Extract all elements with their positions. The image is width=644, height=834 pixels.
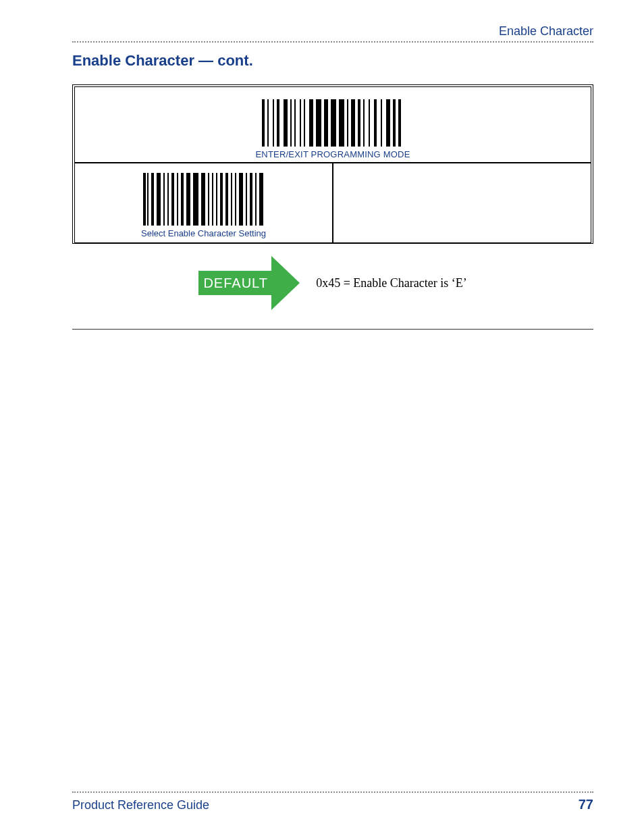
footer-doc-title: Product Reference Guide [72, 798, 209, 812]
svg-rect-37 [212, 173, 213, 226]
svg-rect-24 [143, 173, 146, 226]
svg-rect-13 [339, 99, 344, 147]
svg-rect-39 [220, 173, 223, 226]
svg-rect-33 [186, 173, 190, 226]
default-row: DEFAULT 0x45 = Enable Character is ‘E’ [72, 244, 593, 330]
barcode-panel: ENTER/EXIT PROGRAMMING MODE [72, 84, 593, 244]
footer-rule [72, 791, 593, 793]
svg-rect-42 [235, 173, 236, 226]
svg-rect-5 [290, 99, 292, 147]
svg-rect-28 [163, 173, 165, 226]
svg-rect-31 [177, 173, 178, 226]
svg-rect-43 [239, 173, 243, 226]
svg-rect-40 [225, 173, 228, 226]
barcode-left-caption: Select Enable Character Setting [75, 228, 332, 238]
svg-rect-32 [181, 173, 184, 226]
barcode-top-caption: ENTER/EXIT PROGRAMMING MODE [75, 149, 591, 159]
svg-rect-8 [304, 99, 305, 147]
default-arrow-label: DEFAULT [198, 271, 273, 295]
svg-rect-38 [216, 173, 217, 226]
svg-rect-12 [331, 99, 336, 147]
svg-rect-4 [284, 99, 288, 147]
header-section-label: Enable Character [72, 24, 593, 38]
svg-rect-36 [208, 173, 209, 226]
svg-rect-47 [259, 173, 263, 226]
default-value-text: 0x45 = Enable Character is ‘E’ [316, 276, 467, 290]
svg-rect-26 [151, 173, 154, 226]
svg-rect-41 [231, 173, 232, 226]
svg-rect-35 [201, 173, 205, 226]
svg-rect-2 [273, 99, 274, 147]
section-title: Enable Character — cont. [72, 52, 593, 70]
svg-rect-20 [381, 99, 382, 147]
svg-rect-46 [255, 173, 257, 226]
barcode-enter-exit [262, 99, 404, 151]
barcode-right-cell-empty [333, 163, 591, 242]
svg-rect-21 [386, 99, 390, 147]
svg-rect-44 [246, 173, 247, 226]
svg-rect-15 [351, 99, 355, 147]
header-rule [72, 41, 593, 43]
barcode-select-setting [143, 173, 265, 228]
svg-rect-34 [193, 173, 198, 226]
default-arrow-icon: DEFAULT [198, 256, 300, 310]
svg-rect-29 [167, 173, 169, 226]
svg-rect-45 [250, 173, 252, 226]
svg-rect-1 [267, 99, 269, 147]
svg-rect-19 [374, 99, 377, 147]
svg-rect-23 [398, 99, 401, 147]
footer-page-number: 77 [579, 797, 593, 812]
svg-rect-0 [262, 99, 265, 147]
svg-rect-16 [358, 99, 360, 147]
svg-rect-30 [171, 173, 174, 226]
svg-rect-9 [309, 99, 313, 147]
svg-rect-14 [347, 99, 348, 147]
svg-rect-25 [147, 173, 149, 226]
svg-rect-10 [316, 99, 321, 147]
svg-rect-17 [363, 99, 365, 147]
barcode-left-cell: Select Enable Character Setting [75, 163, 333, 242]
page-footer: Product Reference Guide 77 [72, 791, 593, 812]
svg-rect-18 [369, 99, 370, 147]
svg-rect-6 [294, 99, 296, 147]
barcode-top-cell: ENTER/EXIT PROGRAMMING MODE [75, 87, 591, 163]
svg-rect-22 [393, 99, 396, 147]
svg-rect-7 [300, 99, 301, 147]
svg-rect-3 [277, 99, 279, 147]
svg-rect-27 [157, 173, 161, 226]
svg-rect-11 [324, 99, 328, 147]
